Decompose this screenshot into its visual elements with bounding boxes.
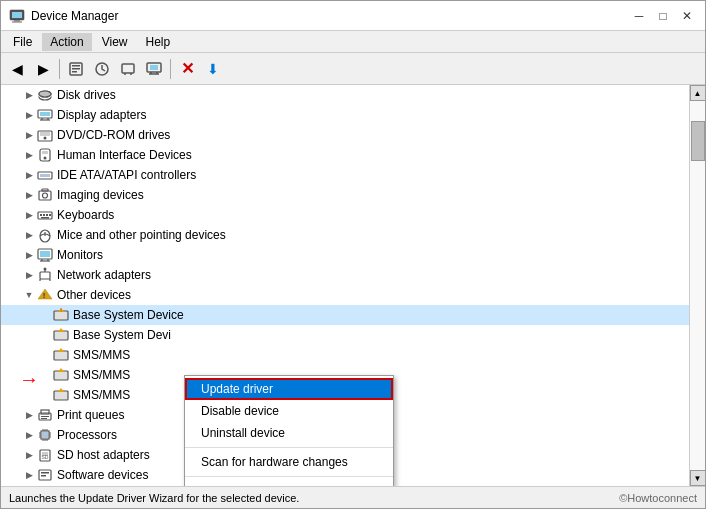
svg-rect-88: [41, 472, 49, 474]
context-menu-uninstall[interactable]: Uninstall device: [185, 422, 393, 444]
base-system-1-label: Base System Device: [73, 308, 184, 322]
device-tree[interactable]: → ▶ Disk drives ▶ Display adapters ▶: [1, 85, 689, 486]
svg-rect-37: [43, 214, 45, 216]
toolbar-monitor-button[interactable]: [142, 57, 166, 81]
expand-icon-processors: ▶: [21, 427, 37, 443]
other-devices-label: Other devices: [57, 288, 131, 302]
minimize-button[interactable]: ─: [629, 6, 649, 26]
sms-2-icon: [53, 367, 69, 383]
tree-item-base-system-1[interactable]: ▶ ! Base System Device: [1, 305, 689, 325]
svg-rect-68: [41, 416, 49, 417]
content-area: → ▶ Disk drives ▶ Display adapters ▶: [1, 85, 705, 486]
expand-icon-software: ▶: [21, 467, 37, 483]
menu-view[interactable]: View: [94, 33, 136, 51]
tree-item-other-devices[interactable]: ▼ ! Other devices: [1, 285, 689, 305]
tree-item-mice[interactable]: ▶ Mice and other pointing devices: [1, 225, 689, 245]
properties-label: Properties: [201, 484, 260, 486]
svg-text:!: !: [43, 291, 46, 300]
svg-rect-44: [40, 251, 50, 257]
expand-icon-monitors: ▶: [21, 247, 37, 263]
mice-icon: [37, 227, 53, 243]
toolbar-show-hidden-button[interactable]: [116, 57, 140, 81]
window-title: Device Manager: [31, 9, 118, 23]
status-message: Launches the Update Driver Wizard for th…: [9, 492, 299, 504]
sms-3-label: SMS/MMS: [73, 388, 130, 402]
expand-icon-ide: ▶: [21, 167, 37, 183]
svg-rect-34: [42, 189, 48, 191]
base-system-1-icon: !: [53, 307, 69, 323]
svg-marker-65: [58, 388, 64, 392]
context-menu-sep-2: [185, 476, 393, 477]
context-menu-disable[interactable]: Disable device: [185, 400, 393, 422]
hid-label: Human Interface Devices: [57, 148, 192, 162]
expand-icon-sd-host: ▶: [21, 447, 37, 463]
menu-action[interactable]: Action: [42, 33, 91, 51]
dvd-label: DVD/CD-ROM drives: [57, 128, 170, 142]
toolbar-download-button[interactable]: ⬇: [201, 57, 225, 81]
context-menu-scan[interactable]: Scan for hardware changes: [185, 451, 393, 473]
svg-point-18: [39, 91, 51, 97]
tree-item-sms-1[interactable]: ▶ SMS/MMS: [1, 345, 689, 365]
tree-item-display-adapters[interactable]: ▶ Display adapters: [1, 105, 689, 125]
toolbar-properties-button[interactable]: [64, 57, 88, 81]
disk-drives-icon: [37, 87, 53, 103]
status-bar: Launches the Update Driver Wizard for th…: [1, 486, 705, 508]
svg-rect-58: [54, 331, 68, 340]
toolbar-remove-button[interactable]: ✕: [175, 57, 199, 81]
svg-rect-40: [41, 217, 49, 219]
expand-icon-mice: ▶: [21, 227, 37, 243]
sd-host-label: SD host adapters: [57, 448, 150, 462]
tree-item-base-system-2[interactable]: ▶ Base System Devi: [1, 325, 689, 345]
svg-rect-71: [42, 432, 48, 438]
svg-rect-38: [46, 214, 48, 216]
keyboards-label: Keyboards: [57, 208, 114, 222]
menu-help[interactable]: Help: [138, 33, 179, 51]
expand-icon-keyboards: ▶: [21, 207, 37, 223]
scan-hardware-label: Scan for hardware changes: [201, 455, 348, 469]
scroll-track[interactable]: [690, 101, 706, 470]
mice-label: Mice and other pointing devices: [57, 228, 226, 242]
tree-item-imaging[interactable]: ▶ Imaging devices: [1, 185, 689, 205]
maximize-button[interactable]: □: [653, 6, 673, 26]
title-bar: Device Manager ─ □ ✕: [1, 1, 705, 31]
svg-point-50: [44, 268, 47, 271]
svg-rect-89: [41, 475, 46, 477]
tree-item-keyboards[interactable]: ▶ Keyboards: [1, 205, 689, 225]
tree-item-monitors[interactable]: ▶ Monitors: [1, 245, 689, 265]
expand-icon-hid: ▶: [21, 147, 37, 163]
scroll-up-button[interactable]: ▲: [690, 85, 706, 101]
context-menu-sep-1: [185, 447, 393, 448]
scroll-down-button[interactable]: ▼: [690, 470, 706, 486]
svg-rect-64: [54, 391, 68, 400]
toolbar-sep-2: [170, 59, 171, 79]
toolbar-forward-button[interactable]: ▶: [31, 57, 55, 81]
tree-item-disk-drives[interactable]: ▶ Disk drives: [1, 85, 689, 105]
context-menu-properties[interactable]: Properties: [185, 480, 393, 486]
device-manager-window: Device Manager ─ □ ✕ File Action View He…: [0, 0, 706, 509]
toolbar-sep-1: [59, 59, 60, 79]
svg-text:SD: SD: [42, 454, 49, 460]
context-menu-update-driver[interactable]: Update driver: [185, 378, 393, 400]
disk-drives-label: Disk drives: [57, 88, 116, 102]
scrollbar[interactable]: ▲ ▼: [689, 85, 705, 486]
disable-device-label: Disable device: [201, 404, 279, 418]
scroll-thumb[interactable]: [691, 121, 705, 161]
keyboards-icon: [37, 207, 53, 223]
network-label: Network adapters: [57, 268, 151, 282]
tree-item-dvd[interactable]: ▶ DVD/CD-ROM drives: [1, 125, 689, 145]
monitors-icon: [37, 247, 53, 263]
toolbar-update-button[interactable]: [90, 57, 114, 81]
svg-rect-31: [40, 174, 50, 177]
tree-item-ide[interactable]: ▶ IDE ATA/ATAPI controllers: [1, 165, 689, 185]
tree-item-hid[interactable]: ▶ Human Interface Devices: [1, 145, 689, 165]
toolbar: ◀ ▶ ✕ ⬇: [1, 53, 705, 85]
toolbar-back-button[interactable]: ◀: [5, 57, 29, 81]
tree-item-network[interactable]: ▶ Network adapters: [1, 265, 689, 285]
svg-rect-39: [49, 214, 51, 216]
close-button[interactable]: ✕: [677, 6, 697, 26]
ide-label: IDE ATA/ATAPI controllers: [57, 168, 196, 182]
svg-rect-9: [122, 64, 134, 73]
imaging-icon: [37, 187, 53, 203]
menu-file[interactable]: File: [5, 33, 40, 51]
svg-rect-48: [40, 272, 50, 279]
